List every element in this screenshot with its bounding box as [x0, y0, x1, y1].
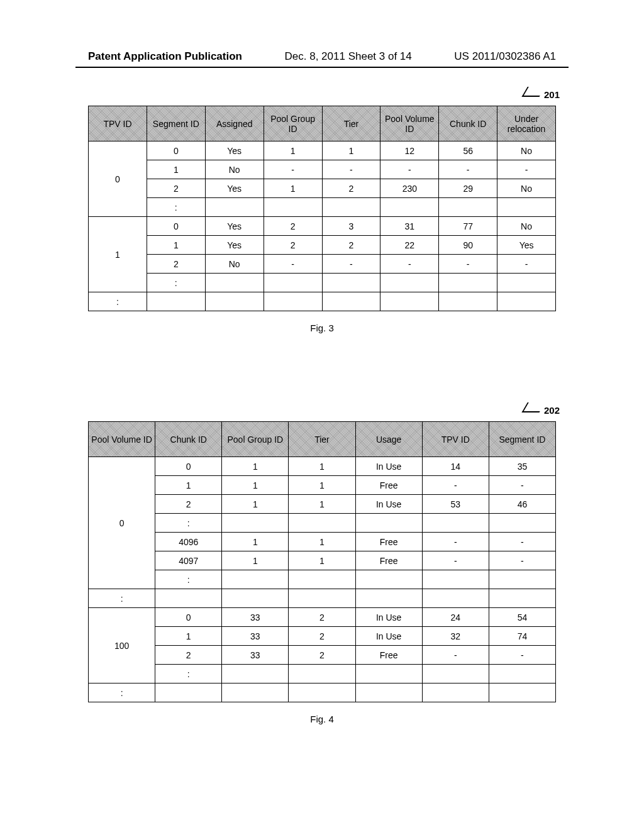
- cell: 46: [489, 495, 555, 514]
- cell: :: [147, 198, 205, 217]
- group-id-cell: :: [89, 683, 155, 702]
- cell: In Use: [355, 627, 422, 646]
- cell: 0: [147, 141, 205, 160]
- cell: No: [497, 141, 556, 160]
- cell: 24: [422, 608, 489, 627]
- cell: 32: [422, 627, 489, 646]
- cell: :: [155, 570, 222, 589]
- table-row: 00Yes111256No: [89, 141, 556, 160]
- cell: Yes: [205, 217, 264, 236]
- table-row: 2Yes1223029No: [89, 179, 556, 198]
- col-header: Pool Volume ID: [89, 422, 155, 457]
- cell: Yes: [205, 179, 264, 198]
- cell: [322, 198, 380, 217]
- col-header: TPV ID: [89, 106, 147, 141]
- page-header: Patent Application Publication Dec. 8, 2…: [38, 50, 606, 67]
- cell: -: [422, 646, 489, 665]
- cell: 90: [439, 236, 497, 255]
- cell: 22: [380, 236, 439, 255]
- cell: No: [497, 217, 556, 236]
- cell: 1: [289, 476, 355, 495]
- cell: -: [489, 533, 555, 551]
- cell: -: [264, 160, 322, 179]
- cell: [289, 665, 355, 683]
- cell: No: [205, 160, 264, 179]
- group-id-cell: 1: [89, 217, 147, 292]
- cell: [264, 198, 322, 217]
- cell: 1: [222, 533, 289, 551]
- col-header: Under relocation: [497, 106, 556, 141]
- fig4-body: 0011In Use1435111Free--211In Use5346:409…: [89, 457, 556, 702]
- cell: [222, 683, 289, 702]
- header-divider: [75, 67, 569, 68]
- cell: 1: [155, 476, 222, 495]
- col-header: Segment ID: [147, 106, 205, 141]
- cell: Free: [355, 551, 422, 570]
- table-row: 2332Free--: [89, 646, 556, 665]
- table-row: :: [89, 665, 556, 683]
- cell: [422, 514, 489, 533]
- cell: 14: [422, 457, 489, 476]
- table-row: 1332In Use3274: [89, 627, 556, 646]
- cell: [205, 274, 264, 292]
- cell: -: [322, 255, 380, 274]
- table-row: 111Free--: [89, 476, 556, 495]
- cell: 2: [155, 646, 222, 665]
- cell: 1: [289, 551, 355, 570]
- cell: 1: [322, 141, 380, 160]
- cell: 2: [322, 179, 380, 198]
- cell: [497, 198, 556, 217]
- col-header: Pool Volume ID: [380, 106, 439, 141]
- cell: 1: [222, 551, 289, 570]
- cell: 1: [289, 495, 355, 514]
- table-row: :: [89, 683, 556, 702]
- cell: [489, 665, 555, 683]
- cell: 29: [439, 179, 497, 198]
- cell: 2: [147, 179, 205, 198]
- fig4-table: Pool Volume IDChunk IDPool Group IDTierU…: [88, 421, 556, 702]
- cell: [289, 683, 355, 702]
- cell: -: [380, 160, 439, 179]
- cell: 77: [439, 217, 497, 236]
- cell: 74: [489, 627, 555, 646]
- cell: [489, 570, 555, 589]
- cell: In Use: [355, 457, 422, 476]
- cell: -: [422, 533, 489, 551]
- cell: [355, 683, 422, 702]
- cell: [322, 274, 380, 292]
- cell: [380, 198, 439, 217]
- table-row: :: [89, 292, 556, 311]
- col-header: Chunk ID: [439, 106, 497, 141]
- col-header: Segment ID: [489, 422, 555, 457]
- cell: -: [322, 160, 380, 179]
- cell: [439, 292, 497, 311]
- cell: [497, 274, 556, 292]
- cell: 33: [222, 608, 289, 627]
- header-left: Patent Application Publication: [88, 50, 242, 63]
- cell: 1: [222, 476, 289, 495]
- table-row: 0011In Use1435: [89, 457, 556, 476]
- table-row: 409711Free--: [89, 551, 556, 570]
- cell: -: [380, 255, 439, 274]
- cell: [439, 274, 497, 292]
- cell: [264, 274, 322, 292]
- cell: [205, 198, 264, 217]
- cell: -: [422, 551, 489, 570]
- cell: 56: [439, 141, 497, 160]
- cell: [422, 570, 489, 589]
- cell: Yes: [205, 236, 264, 255]
- fig4-wrap: 202 Pool Volume IDChunk IDPool Group IDT…: [88, 421, 556, 724]
- cell: [289, 589, 355, 608]
- cell: [422, 665, 489, 683]
- cell: [497, 292, 556, 311]
- cell: 2: [264, 217, 322, 236]
- cell: 2: [289, 627, 355, 646]
- cell: [147, 292, 205, 311]
- cell: [355, 589, 422, 608]
- cell: 2: [289, 608, 355, 627]
- cell: [355, 514, 422, 533]
- cell: 1: [222, 457, 289, 476]
- cell: [264, 292, 322, 311]
- cell: Yes: [205, 141, 264, 160]
- cell: :: [155, 665, 222, 683]
